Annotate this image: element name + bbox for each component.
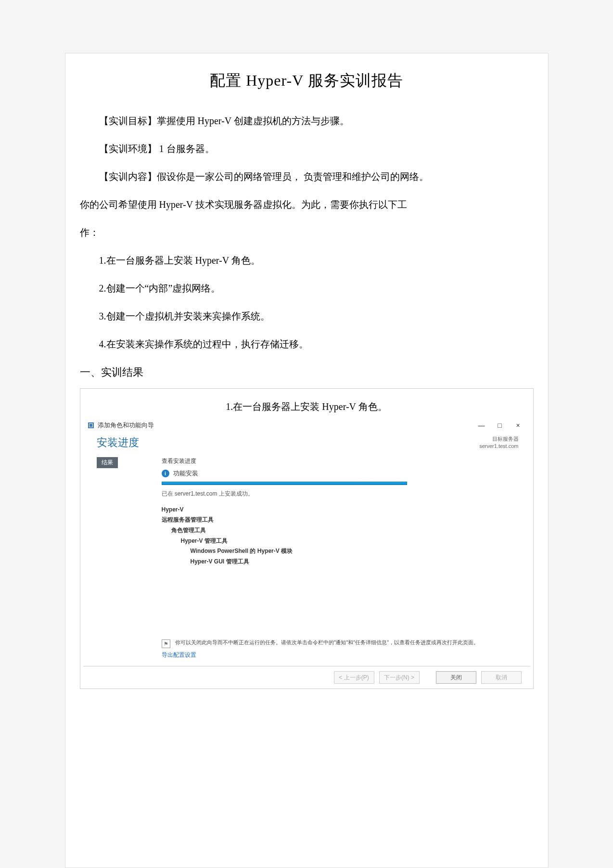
section-heading-1: 一、实训结果	[80, 365, 534, 380]
svg-rect-2	[89, 424, 92, 427]
note-row: ⚑ 你可以关闭此向导而不中断正在运行的任务。请依次单击命令栏中的"通知"和"任务…	[162, 639, 520, 648]
view-progress-label: 查看安装进度	[162, 457, 520, 465]
document-page: 配置 Hyper-V 服务实训报告 【实训目标】掌握使用 Hyper-V 创建虚…	[65, 53, 549, 868]
wizard-footer: < 上一步(P) 下一步(N) > 关闭 取消	[83, 666, 530, 689]
para-content-b: 你的公司希望使用 Hyper-V 技术实现服务器虚拟化。为此，需要你执行以下工	[80, 192, 534, 217]
para-goal: 【实训目标】掌握使用 Hyper-V 创建虚拟机的方法与步骤。	[80, 108, 534, 133]
close-button[interactable]: ×	[510, 420, 526, 431]
close-wizard-button[interactable]: 关闭	[436, 671, 476, 684]
para-content-c: 作：	[80, 220, 534, 245]
window-title: 添加角色和功能向导	[98, 421, 473, 430]
next-button[interactable]: 下一步(N) >	[379, 671, 420, 684]
sidebar-step-results[interactable]: 结果	[97, 457, 118, 468]
screenshot-caption: 1.在一台服务器上安装 Hyper-V 角色。	[83, 400, 530, 413]
success-message: 已在 server1.test.com 上安装成功。	[162, 490, 520, 498]
tree-node: 远程服务器管理工具	[162, 515, 520, 525]
tree-node: Hyper-V 管理工具	[162, 536, 520, 547]
para-content-a: 【实训内容】假设你是一家公司的网络管理员， 负责管理和维护公司的网络。	[80, 164, 534, 189]
target-label: 目标服务器	[479, 435, 518, 443]
note-text: 你可以关闭此向导而不中断正在运行的任务。请依次单击命令栏中的"通知"和"任务详细…	[175, 639, 479, 646]
list-item-2: 2.创建一个“内部”虚拟网络。	[80, 276, 534, 301]
wizard-sidebar: 结果	[97, 454, 157, 666]
titlebar[interactable]: 添加角色和功能向导 — □ ×	[83, 418, 530, 433]
list-item-4: 4.在安装来宾操作系统的过程中，执行存储迁移。	[80, 332, 534, 357]
tree-node: Hyper-V	[162, 505, 520, 515]
screenshot-frame: 1.在一台服务器上安装 Hyper-V 角色。 添加角色和功能向导 — □ × …	[80, 388, 534, 689]
cancel-button[interactable]: 取消	[481, 671, 522, 684]
prev-button[interactable]: < 上一步(P)	[334, 671, 374, 684]
maximize-button[interactable]: □	[492, 420, 508, 431]
tree-node: Windows PowerShell 的 Hyper-V 模块	[162, 546, 520, 557]
app-icon	[87, 421, 95, 429]
window-controls: — □ ×	[473, 420, 526, 431]
para-env: 【实训环境】 1 台服务器。	[80, 136, 534, 161]
feature-install-label: 功能安装	[173, 469, 198, 478]
tree-node: Hyper-V GUI 管理工具	[162, 557, 520, 567]
target-value: server1.test.com	[479, 443, 518, 450]
minimize-button[interactable]: —	[473, 420, 490, 431]
progress-bar	[162, 482, 407, 485]
list-item-1: 1.在一台服务器上安装 Hyper-V 角色。	[80, 248, 534, 273]
install-tree: Hyper-V 远程服务器管理工具 角色管理工具 Hyper-V 管理工具 Wi…	[162, 505, 520, 567]
wizard-body: 结果 查看安装进度 i 功能安装 已在 server1.test.com 上安装…	[83, 454, 530, 666]
status-line: i 功能安装	[162, 469, 520, 478]
doc-title: 配置 Hyper-V 服务实训报告	[80, 70, 534, 91]
wizard-main: 查看安装进度 i 功能安装 已在 server1.test.com 上安装成功。…	[157, 454, 520, 666]
info-icon: i	[162, 470, 169, 477]
wizard-header: 安装进度 目标服务器 server1.test.com	[83, 433, 530, 454]
flag-icon: ⚑	[162, 639, 170, 648]
wizard-heading: 安装进度	[97, 435, 480, 450]
tree-node: 角色管理工具	[162, 525, 520, 536]
list-item-3: 3.创建一个虚拟机并安装来宾操作系统。	[80, 304, 534, 329]
wizard-window: 添加角色和功能向导 — □ × 安装进度 目标服务器 server1.test.…	[83, 418, 530, 689]
target-server-block: 目标服务器 server1.test.com	[479, 435, 518, 450]
export-settings-link[interactable]: 导出配置设置	[162, 651, 196, 659]
